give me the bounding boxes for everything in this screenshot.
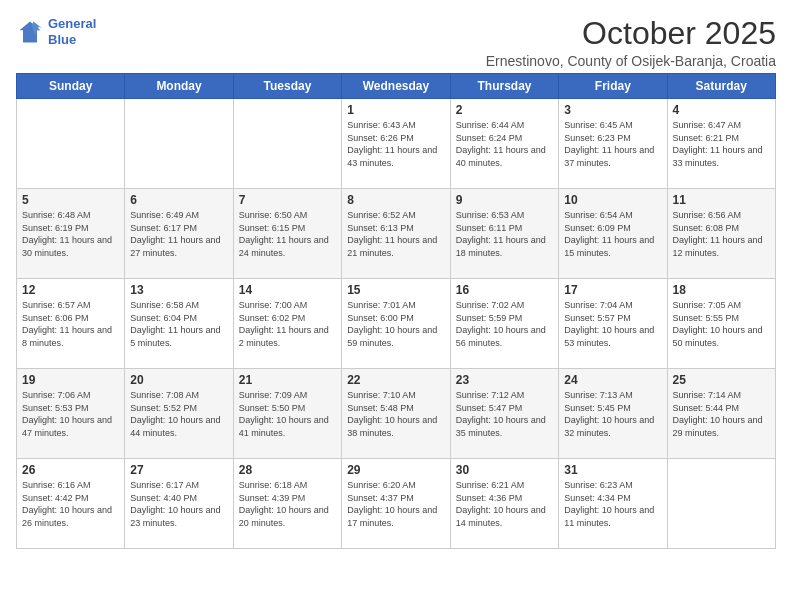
day-info: Sunrise: 6:49 AMSunset: 6:17 PMDaylight:… xyxy=(130,209,227,259)
calendar-day-cell: 18Sunrise: 7:05 AMSunset: 5:55 PMDayligh… xyxy=(667,279,776,369)
day-info: Sunrise: 7:10 AMSunset: 5:48 PMDaylight:… xyxy=(347,389,445,439)
day-info: Sunrise: 6:58 AMSunset: 6:04 PMDaylight:… xyxy=(130,299,227,349)
calendar-day-cell: 29Sunrise: 6:20 AMSunset: 4:37 PMDayligh… xyxy=(342,459,451,549)
month-title: October 2025 xyxy=(486,16,776,51)
day-info: Sunrise: 6:57 AMSunset: 6:06 PMDaylight:… xyxy=(22,299,119,349)
calendar-day-cell: 13Sunrise: 6:58 AMSunset: 6:04 PMDayligh… xyxy=(125,279,233,369)
logo: General Blue xyxy=(16,16,96,47)
weekday-header-cell: Friday xyxy=(559,74,667,99)
calendar-day-cell: 28Sunrise: 6:18 AMSunset: 4:39 PMDayligh… xyxy=(233,459,341,549)
calendar-day-cell: 27Sunrise: 6:17 AMSunset: 4:40 PMDayligh… xyxy=(125,459,233,549)
day-number: 2 xyxy=(456,103,553,117)
day-number: 1 xyxy=(347,103,445,117)
day-number: 13 xyxy=(130,283,227,297)
calendar-body: 1Sunrise: 6:43 AMSunset: 6:26 PMDaylight… xyxy=(17,99,776,549)
day-info: Sunrise: 7:04 AMSunset: 5:57 PMDaylight:… xyxy=(564,299,661,349)
calendar-day-cell: 17Sunrise: 7:04 AMSunset: 5:57 PMDayligh… xyxy=(559,279,667,369)
day-info: Sunrise: 6:47 AMSunset: 6:21 PMDaylight:… xyxy=(673,119,771,169)
calendar-day-cell: 24Sunrise: 7:13 AMSunset: 5:45 PMDayligh… xyxy=(559,369,667,459)
day-number: 14 xyxy=(239,283,336,297)
day-info: Sunrise: 7:00 AMSunset: 6:02 PMDaylight:… xyxy=(239,299,336,349)
calendar-week-row: 12Sunrise: 6:57 AMSunset: 6:06 PMDayligh… xyxy=(17,279,776,369)
day-info: Sunrise: 7:12 AMSunset: 5:47 PMDaylight:… xyxy=(456,389,553,439)
calendar-week-row: 1Sunrise: 6:43 AMSunset: 6:26 PMDaylight… xyxy=(17,99,776,189)
day-info: Sunrise: 7:09 AMSunset: 5:50 PMDaylight:… xyxy=(239,389,336,439)
calendar-day-cell: 6Sunrise: 6:49 AMSunset: 6:17 PMDaylight… xyxy=(125,189,233,279)
day-info: Sunrise: 6:18 AMSunset: 4:39 PMDaylight:… xyxy=(239,479,336,529)
calendar-day-cell: 5Sunrise: 6:48 AMSunset: 6:19 PMDaylight… xyxy=(17,189,125,279)
day-info: Sunrise: 6:50 AMSunset: 6:15 PMDaylight:… xyxy=(239,209,336,259)
day-number: 4 xyxy=(673,103,771,117)
calendar-day-cell: 25Sunrise: 7:14 AMSunset: 5:44 PMDayligh… xyxy=(667,369,776,459)
day-info: Sunrise: 6:56 AMSunset: 6:08 PMDaylight:… xyxy=(673,209,771,259)
day-info: Sunrise: 6:44 AMSunset: 6:24 PMDaylight:… xyxy=(456,119,553,169)
calendar-day-cell: 23Sunrise: 7:12 AMSunset: 5:47 PMDayligh… xyxy=(450,369,558,459)
weekday-header-cell: Monday xyxy=(125,74,233,99)
calendar-day-cell: 4Sunrise: 6:47 AMSunset: 6:21 PMDaylight… xyxy=(667,99,776,189)
day-info: Sunrise: 6:43 AMSunset: 6:26 PMDaylight:… xyxy=(347,119,445,169)
day-number: 15 xyxy=(347,283,445,297)
day-info: Sunrise: 7:13 AMSunset: 5:45 PMDaylight:… xyxy=(564,389,661,439)
calendar-table: SundayMondayTuesdayWednesdayThursdayFrid… xyxy=(16,73,776,549)
day-info: Sunrise: 6:21 AMSunset: 4:36 PMDaylight:… xyxy=(456,479,553,529)
logo-icon xyxy=(16,18,44,46)
day-info: Sunrise: 6:16 AMSunset: 4:42 PMDaylight:… xyxy=(22,479,119,529)
day-info: Sunrise: 6:54 AMSunset: 6:09 PMDaylight:… xyxy=(564,209,661,259)
weekday-header-cell: Wednesday xyxy=(342,74,451,99)
day-number: 24 xyxy=(564,373,661,387)
calendar-day-cell: 3Sunrise: 6:45 AMSunset: 6:23 PMDaylight… xyxy=(559,99,667,189)
day-number: 30 xyxy=(456,463,553,477)
calendar-week-row: 26Sunrise: 6:16 AMSunset: 4:42 PMDayligh… xyxy=(17,459,776,549)
day-info: Sunrise: 7:02 AMSunset: 5:59 PMDaylight:… xyxy=(456,299,553,349)
calendar-day-cell: 10Sunrise: 6:54 AMSunset: 6:09 PMDayligh… xyxy=(559,189,667,279)
calendar-day-cell: 16Sunrise: 7:02 AMSunset: 5:59 PMDayligh… xyxy=(450,279,558,369)
calendar-week-row: 5Sunrise: 6:48 AMSunset: 6:19 PMDaylight… xyxy=(17,189,776,279)
calendar-day-cell: 21Sunrise: 7:09 AMSunset: 5:50 PMDayligh… xyxy=(233,369,341,459)
weekday-header-row: SundayMondayTuesdayWednesdayThursdayFrid… xyxy=(17,74,776,99)
calendar-day-cell: 8Sunrise: 6:52 AMSunset: 6:13 PMDaylight… xyxy=(342,189,451,279)
calendar-day-cell: 31Sunrise: 6:23 AMSunset: 4:34 PMDayligh… xyxy=(559,459,667,549)
day-number: 20 xyxy=(130,373,227,387)
day-number: 10 xyxy=(564,193,661,207)
day-number: 28 xyxy=(239,463,336,477)
day-number: 21 xyxy=(239,373,336,387)
calendar-day-cell: 15Sunrise: 7:01 AMSunset: 6:00 PMDayligh… xyxy=(342,279,451,369)
day-info: Sunrise: 6:48 AMSunset: 6:19 PMDaylight:… xyxy=(22,209,119,259)
calendar-day-cell: 12Sunrise: 6:57 AMSunset: 6:06 PMDayligh… xyxy=(17,279,125,369)
calendar-day-cell: 11Sunrise: 6:56 AMSunset: 6:08 PMDayligh… xyxy=(667,189,776,279)
day-number: 9 xyxy=(456,193,553,207)
day-number: 8 xyxy=(347,193,445,207)
day-info: Sunrise: 6:45 AMSunset: 6:23 PMDaylight:… xyxy=(564,119,661,169)
calendar-day-cell: 1Sunrise: 6:43 AMSunset: 6:26 PMDaylight… xyxy=(342,99,451,189)
day-number: 6 xyxy=(130,193,227,207)
page-header: General Blue October 2025 Ernestinovo, C… xyxy=(16,16,776,69)
day-info: Sunrise: 6:52 AMSunset: 6:13 PMDaylight:… xyxy=(347,209,445,259)
day-info: Sunrise: 6:17 AMSunset: 4:40 PMDaylight:… xyxy=(130,479,227,529)
logo-text: General Blue xyxy=(48,16,96,47)
calendar-day-cell: 22Sunrise: 7:10 AMSunset: 5:48 PMDayligh… xyxy=(342,369,451,459)
calendar-day-cell: 19Sunrise: 7:06 AMSunset: 5:53 PMDayligh… xyxy=(17,369,125,459)
day-info: Sunrise: 7:01 AMSunset: 6:00 PMDaylight:… xyxy=(347,299,445,349)
calendar-day-cell xyxy=(233,99,341,189)
day-info: Sunrise: 6:53 AMSunset: 6:11 PMDaylight:… xyxy=(456,209,553,259)
weekday-header-cell: Thursday xyxy=(450,74,558,99)
day-number: 12 xyxy=(22,283,119,297)
day-info: Sunrise: 6:23 AMSunset: 4:34 PMDaylight:… xyxy=(564,479,661,529)
day-info: Sunrise: 7:06 AMSunset: 5:53 PMDaylight:… xyxy=(22,389,119,439)
day-number: 23 xyxy=(456,373,553,387)
calendar-day-cell: 7Sunrise: 6:50 AMSunset: 6:15 PMDaylight… xyxy=(233,189,341,279)
calendar-day-cell: 2Sunrise: 6:44 AMSunset: 6:24 PMDaylight… xyxy=(450,99,558,189)
calendar-week-row: 19Sunrise: 7:06 AMSunset: 5:53 PMDayligh… xyxy=(17,369,776,459)
weekday-header-cell: Sunday xyxy=(17,74,125,99)
day-number: 27 xyxy=(130,463,227,477)
day-info: Sunrise: 6:20 AMSunset: 4:37 PMDaylight:… xyxy=(347,479,445,529)
day-number: 18 xyxy=(673,283,771,297)
calendar-day-cell: 30Sunrise: 6:21 AMSunset: 4:36 PMDayligh… xyxy=(450,459,558,549)
calendar-day-cell xyxy=(125,99,233,189)
day-info: Sunrise: 7:14 AMSunset: 5:44 PMDaylight:… xyxy=(673,389,771,439)
day-info: Sunrise: 7:08 AMSunset: 5:52 PMDaylight:… xyxy=(130,389,227,439)
day-info: Sunrise: 7:05 AMSunset: 5:55 PMDaylight:… xyxy=(673,299,771,349)
day-number: 11 xyxy=(673,193,771,207)
day-number: 31 xyxy=(564,463,661,477)
calendar-day-cell: 9Sunrise: 6:53 AMSunset: 6:11 PMDaylight… xyxy=(450,189,558,279)
